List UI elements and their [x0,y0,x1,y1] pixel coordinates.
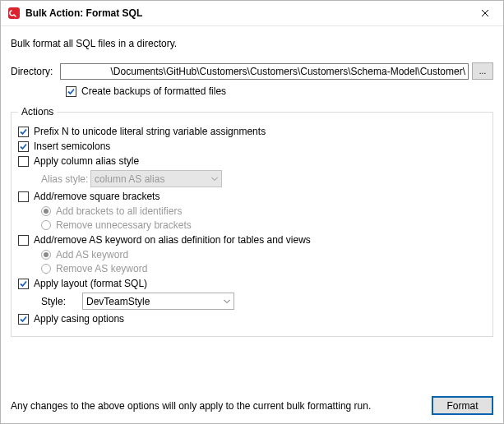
alias-style-checkbox[interactable] [18,156,29,167]
layout-sub: Style: DevTeamStyle [41,293,486,310]
client-area: Bulk format all SQL files in a directory… [1,26,503,423]
layout-option[interactable]: Apply layout (format SQL) [18,278,486,289]
footer-note: Any changes to the above options will on… [11,400,423,412]
brackets-checkbox[interactable] [18,191,29,202]
prefix-n-checkbox[interactable] [18,127,29,137]
alias-style-field-label: Alias style: [41,173,90,185]
as-keyword-checkbox[interactable] [18,235,29,246]
as-remove-radio [41,264,51,274]
backup-option[interactable]: Create backups of formatted files [66,85,493,97]
as-add-label: Add AS keyword [56,249,128,260]
as-keyword-option[interactable]: Add/remove AS keyword on alias definitio… [18,234,486,246]
browse-button[interactable]: ... [472,62,493,80]
backup-label: Create backups of formatted files [81,85,226,97]
brackets-sub: Add brackets to all identifiers Remove u… [41,205,486,231]
alias-style-combo: column AS alias [90,170,222,187]
close-button[interactable] [466,1,503,25]
brackets-label: Add/remove square brackets [34,191,160,202]
chevron-down-icon [224,299,230,303]
layout-style-value: DevTeamStyle [86,296,150,307]
as-remove-label: Remove AS keyword [56,263,147,274]
format-button[interactable]: Format [432,396,493,415]
brackets-remove-label: Remove unnecessary brackets [56,219,192,231]
prefix-n-label: Prefix N to unicode literal string varia… [34,126,266,137]
layout-style-label: Style: [41,296,82,307]
window-title: Bulk Action: Format SQL [25,7,466,19]
alias-style-sub: Alias style: column AS alias [41,170,486,187]
footer: Any changes to the above options will on… [11,391,493,415]
as-add-option: Add AS keyword [41,249,486,260]
semicolons-label: Insert semicolons [34,141,110,152]
backup-checkbox[interactable] [66,86,76,97]
layout-label: Apply layout (format SQL) [34,278,147,289]
casing-option[interactable]: Apply casing options [18,313,486,325]
alias-style-value: column AS alias [95,173,164,185]
layout-checkbox[interactable] [18,279,29,289]
prefix-n-option[interactable]: Prefix N to unicode literal string varia… [18,126,486,137]
actions-group: Actions Prefix N to unicode literal stri… [11,106,493,337]
alias-style-label: Apply column alias style [34,155,139,167]
brackets-option[interactable]: Add/remove square brackets [18,191,486,202]
casing-checkbox[interactable] [18,314,29,325]
layout-style-combo[interactable]: DevTeamStyle [82,293,234,310]
brackets-add-label: Add brackets to all identifiers [56,205,182,217]
as-remove-option: Remove AS keyword [41,263,486,274]
app-icon [7,7,21,20]
alias-style-option[interactable]: Apply column alias style [18,155,486,167]
intro-text: Bulk format all SQL files in a directory… [11,38,493,49]
directory-input[interactable] [60,63,469,80]
directory-row: Directory: ... [11,62,493,80]
directory-label: Directory: [11,66,57,77]
casing-label: Apply casing options [34,313,124,325]
semicolons-option[interactable]: Insert semicolons [18,141,486,152]
brackets-add-radio [41,206,51,216]
brackets-remove-radio [41,220,51,230]
actions-legend: Actions [18,106,57,118]
dialog-window: Bulk Action: Format SQL Bulk format all … [0,0,504,424]
as-keyword-label: Add/remove AS keyword on alias definitio… [34,234,311,246]
brackets-add-option: Add brackets to all identifiers [41,205,486,217]
chevron-down-icon [211,177,218,181]
as-keyword-sub: Add AS keyword Remove AS keyword [41,249,486,274]
close-icon [481,9,489,17]
titlebar: Bulk Action: Format SQL [1,1,503,26]
semicolons-checkbox[interactable] [18,141,29,152]
as-add-radio [41,250,51,260]
brackets-remove-option: Remove unnecessary brackets [41,219,486,231]
